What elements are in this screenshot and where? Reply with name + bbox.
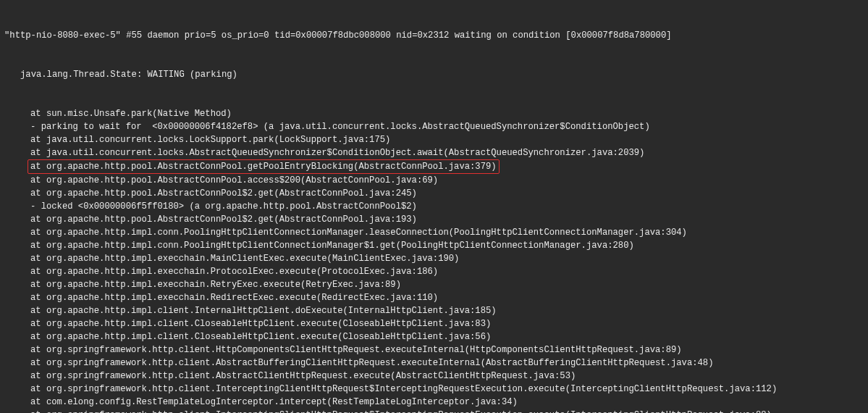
stack-frame: at org.apache.http.impl.client.InternalH… xyxy=(4,304,867,317)
stack-frame: at org.apache.http.impl.execchain.Redire… xyxy=(4,291,867,304)
stack-frame: - parking to wait for <0x00000006f4182ef… xyxy=(4,120,867,133)
stack-frame: at org.apache.http.pool.AbstractConnPool… xyxy=(4,187,867,200)
stack-frame: at sun.misc.Unsafe.park(Native Method) xyxy=(4,107,867,120)
stack-frame: at java.util.concurrent.locks.LockSuppor… xyxy=(4,133,867,146)
stack-frame: at org.springframework.http.client.Abstr… xyxy=(4,370,867,383)
stack-frame: at org.apache.http.pool.AbstractConnPool… xyxy=(4,159,867,174)
stack-frame: at org.springframework.http.client.HttpC… xyxy=(4,343,867,356)
stack-frame: at org.apache.http.impl.execchain.MainCl… xyxy=(4,252,867,265)
thread-header: "http-nio-8080-exec-5" #55 daemon prio=5… xyxy=(4,29,867,42)
stack-frame: at org.apache.http.impl.client.Closeable… xyxy=(4,317,867,330)
stack-frames: at sun.misc.Unsafe.park(Native Method)- … xyxy=(4,107,867,413)
thread-state: java.lang.Thread.State: WAITING (parking… xyxy=(4,68,867,81)
stack-frame: at org.apache.http.impl.client.Closeable… xyxy=(4,330,867,343)
stack-frame: at java.util.concurrent.locks.AbstractQu… xyxy=(4,146,867,159)
stack-frame: at org.springframework.http.client.Abstr… xyxy=(4,356,867,370)
stack-frame: at org.apache.http.pool.AbstractConnPool… xyxy=(4,213,867,226)
thread-dump: "http-nio-8080-exec-5" #55 daemon prio=5… xyxy=(0,0,868,413)
stack-frame: - locked <0x00000006f5ff0180> (a org.apa… xyxy=(4,200,867,213)
stack-frame: at org.apache.http.impl.conn.PoolingHttp… xyxy=(4,239,867,252)
stack-frame: at com.elong.config.RestTemplateLogInter… xyxy=(4,396,867,409)
stack-frame: at org.apache.http.impl.execchain.RetryE… xyxy=(4,278,867,291)
stack-frame: at org.apache.http.impl.execchain.Protoc… xyxy=(4,265,867,278)
highlighted-frame: at org.apache.http.pool.AbstractConnPool… xyxy=(28,159,500,174)
stack-frame: at org.springframework.http.client.Inter… xyxy=(4,383,867,396)
stack-frame: at org.springframework.http.client.Inter… xyxy=(4,409,867,413)
stack-frame: at org.apache.http.impl.conn.PoolingHttp… xyxy=(4,226,867,239)
stack-frame: at org.apache.http.pool.AbstractConnPool… xyxy=(4,174,867,187)
